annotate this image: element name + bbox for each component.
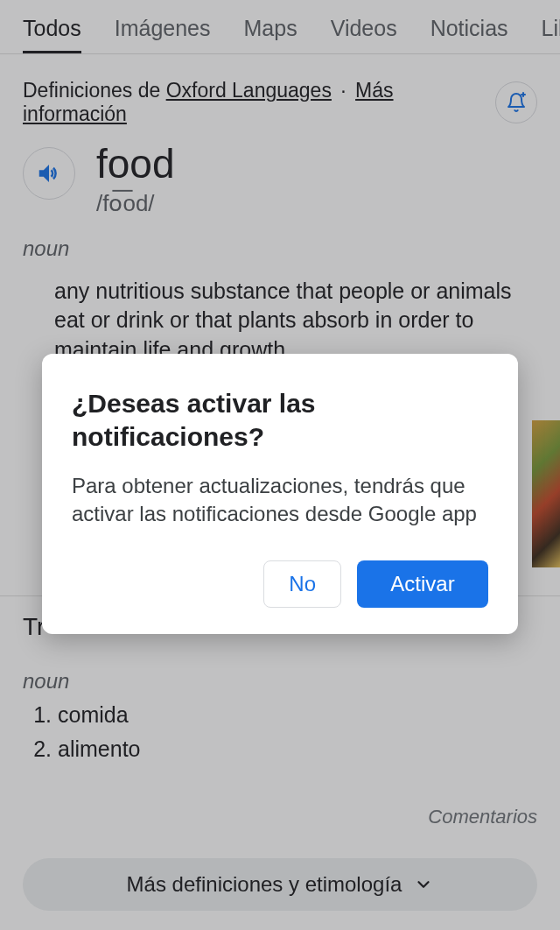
page-root: Todos Imágenes Maps Videos Noticias Lib … xyxy=(0,0,560,930)
dialog-title: ¿Deseas activar las notificaciones? xyxy=(72,387,488,453)
dialog-activate-button[interactable]: Activar xyxy=(357,560,488,608)
dialog-body: Para obtener actualizaciones, tendrás qu… xyxy=(72,472,488,529)
notifications-dialog: ¿Deseas activar las notificaciones? Para… xyxy=(42,354,518,634)
dialog-actions: No Activar xyxy=(72,560,488,608)
dialog-no-button[interactable]: No xyxy=(263,560,341,608)
